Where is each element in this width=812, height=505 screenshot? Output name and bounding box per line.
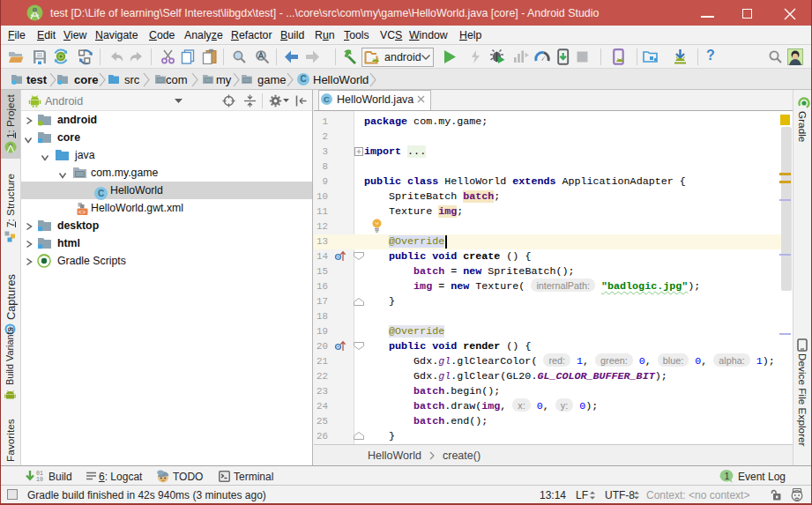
svg-text:1: 1 [725,472,730,481]
svg-text:<>: <> [78,209,86,216]
svg-text:10: 10 [36,477,43,483]
svg-text:01: 01 [36,471,43,477]
